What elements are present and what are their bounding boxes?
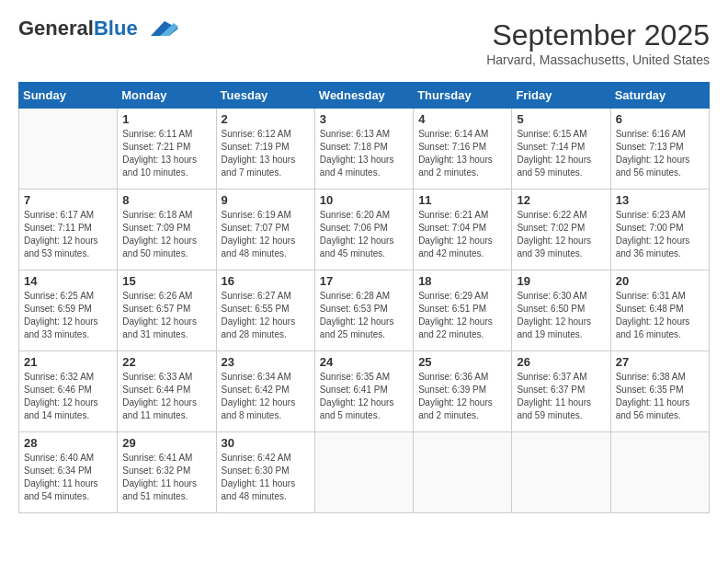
sunset-text: Sunset: 6:39 PM <box>418 385 486 395</box>
sunset-text: Sunset: 6:30 PM <box>222 465 290 476</box>
day-number: 2 <box>222 112 310 126</box>
sunrise-text: Sunrise: 6:21 AM <box>418 210 488 220</box>
day-number: 7 <box>24 193 112 207</box>
day-info: Sunrise: 6:26 AMSunset: 6:57 PMDaylight:… <box>122 290 210 341</box>
daylight-text: Daylight: 12 hours and 19 minutes. <box>517 316 591 339</box>
day-number: 21 <box>24 355 112 369</box>
day-number: 4 <box>418 112 506 126</box>
table-row <box>19 109 118 190</box>
header-thursday: Thursday <box>414 83 512 109</box>
table-row: 27Sunrise: 6:38 AMSunset: 6:35 PMDayligh… <box>610 351 709 432</box>
table-row: 5Sunrise: 6:15 AMSunset: 7:14 PMDaylight… <box>512 109 610 190</box>
header-saturday: Saturday <box>610 83 709 109</box>
sunset-text: Sunset: 6:42 PM <box>222 385 290 395</box>
day-number: 3 <box>320 112 408 126</box>
logo-icon <box>142 19 178 38</box>
day-number: 25 <box>418 355 506 369</box>
daylight-text: Daylight: 12 hours and 25 minutes. <box>320 316 394 339</box>
day-info: Sunrise: 6:21 AMSunset: 7:04 PMDaylight:… <box>418 209 506 260</box>
day-info: Sunrise: 6:19 AMSunset: 7:07 PMDaylight:… <box>222 209 310 260</box>
sunrise-text: Sunrise: 6:20 AM <box>320 210 390 220</box>
sunset-text: Sunset: 6:57 PM <box>122 304 190 314</box>
daylight-text: Daylight: 11 hours and 56 minutes. <box>616 397 690 420</box>
table-row: 18Sunrise: 6:29 AMSunset: 6:51 PMDayligh… <box>414 270 512 351</box>
sunrise-text: Sunrise: 6:17 AM <box>24 210 94 220</box>
sunset-text: Sunset: 6:41 PM <box>320 385 388 395</box>
day-number: 11 <box>418 193 506 207</box>
day-info: Sunrise: 6:12 AMSunset: 7:19 PMDaylight:… <box>222 128 310 179</box>
table-row: 30Sunrise: 6:42 AMSunset: 6:30 PMDayligh… <box>216 432 314 513</box>
sunrise-text: Sunrise: 6:36 AM <box>418 372 488 382</box>
daylight-text: Daylight: 12 hours and 31 minutes. <box>122 316 197 339</box>
day-number: 15 <box>122 274 210 288</box>
day-info: Sunrise: 6:30 AMSunset: 6:50 PMDaylight:… <box>517 290 605 341</box>
sunrise-text: Sunrise: 6:13 AM <box>320 129 390 139</box>
day-info: Sunrise: 6:14 AMSunset: 7:16 PMDaylight:… <box>418 128 506 179</box>
day-number: 17 <box>320 274 408 288</box>
day-number: 6 <box>616 112 704 126</box>
sunset-text: Sunset: 6:50 PM <box>517 304 585 314</box>
calendar-week-row: 21Sunrise: 6:32 AMSunset: 6:46 PMDayligh… <box>19 351 710 432</box>
table-row: 21Sunrise: 6:32 AMSunset: 6:46 PMDayligh… <box>19 351 118 432</box>
calendar-header-row: Sunday Monday Tuesday Wednesday Thursday… <box>19 83 710 109</box>
sunrise-text: Sunrise: 6:18 AM <box>122 210 192 220</box>
calendar-week-row: 28Sunrise: 6:40 AMSunset: 6:34 PMDayligh… <box>19 432 710 513</box>
daylight-text: Daylight: 11 hours and 54 minutes. <box>24 478 98 501</box>
sunrise-text: Sunrise: 6:37 AM <box>517 372 586 382</box>
day-info: Sunrise: 6:15 AMSunset: 7:14 PMDaylight:… <box>517 128 605 179</box>
day-info: Sunrise: 6:41 AMSunset: 6:32 PMDaylight:… <box>122 452 210 503</box>
sunrise-text: Sunrise: 6:22 AM <box>517 210 586 220</box>
daylight-text: Daylight: 12 hours and 53 minutes. <box>24 236 98 259</box>
table-row: 20Sunrise: 6:31 AMSunset: 6:48 PMDayligh… <box>610 270 709 351</box>
daylight-text: Daylight: 12 hours and 39 minutes. <box>517 236 591 259</box>
daylight-text: Daylight: 13 hours and 7 minutes. <box>222 155 296 178</box>
sunset-text: Sunset: 7:04 PM <box>418 223 486 233</box>
table-row: 14Sunrise: 6:25 AMSunset: 6:59 PMDayligh… <box>19 270 118 351</box>
sunrise-text: Sunrise: 6:40 AM <box>24 453 94 463</box>
header-friday: Friday <box>512 83 610 109</box>
daylight-text: Daylight: 12 hours and 59 minutes. <box>517 155 591 178</box>
day-info: Sunrise: 6:32 AMSunset: 6:46 PMDaylight:… <box>24 371 112 422</box>
daylight-text: Daylight: 12 hours and 33 minutes. <box>24 316 98 339</box>
day-info: Sunrise: 6:13 AMSunset: 7:18 PMDaylight:… <box>320 128 408 179</box>
table-row: 23Sunrise: 6:34 AMSunset: 6:42 PMDayligh… <box>216 351 314 432</box>
table-row: 12Sunrise: 6:22 AMSunset: 7:02 PMDayligh… <box>512 190 610 270</box>
day-number: 5 <box>517 112 605 126</box>
sunset-text: Sunset: 7:02 PM <box>517 223 585 233</box>
sunrise-text: Sunrise: 6:16 AM <box>616 129 686 139</box>
header-sunday: Sunday <box>19 83 118 109</box>
table-row: 16Sunrise: 6:27 AMSunset: 6:55 PMDayligh… <box>216 270 314 351</box>
day-number: 1 <box>122 112 210 126</box>
table-row <box>512 432 610 513</box>
sunset-text: Sunset: 7:07 PM <box>222 223 290 233</box>
daylight-text: Daylight: 12 hours and 50 minutes. <box>122 236 197 259</box>
day-info: Sunrise: 6:38 AMSunset: 6:35 PMDaylight:… <box>616 371 704 422</box>
day-info: Sunrise: 6:28 AMSunset: 6:53 PMDaylight:… <box>320 290 408 341</box>
daylight-text: Daylight: 12 hours and 42 minutes. <box>418 236 493 259</box>
sunrise-text: Sunrise: 6:12 AM <box>222 129 291 139</box>
day-info: Sunrise: 6:40 AMSunset: 6:34 PMDaylight:… <box>24 452 112 503</box>
day-number: 28 <box>24 436 112 450</box>
sunrise-text: Sunrise: 6:32 AM <box>24 372 94 382</box>
sunset-text: Sunset: 7:06 PM <box>320 223 388 233</box>
daylight-text: Daylight: 12 hours and 5 minutes. <box>320 397 394 420</box>
day-number: 23 <box>222 355 310 369</box>
sunrise-text: Sunrise: 6:15 AM <box>517 129 586 139</box>
table-row: 4Sunrise: 6:14 AMSunset: 7:16 PMDaylight… <box>414 109 512 190</box>
daylight-text: Daylight: 12 hours and 2 minutes. <box>418 397 493 420</box>
day-info: Sunrise: 6:42 AMSunset: 6:30 PMDaylight:… <box>222 452 310 503</box>
sunrise-text: Sunrise: 6:42 AM <box>222 453 291 463</box>
sunset-text: Sunset: 6:46 PM <box>24 385 92 395</box>
day-number: 27 <box>616 355 704 369</box>
daylight-text: Daylight: 12 hours and 28 minutes. <box>222 316 296 339</box>
daylight-text: Daylight: 12 hours and 56 minutes. <box>616 155 690 178</box>
day-number: 22 <box>122 355 210 369</box>
table-row: 19Sunrise: 6:30 AMSunset: 6:50 PMDayligh… <box>512 270 610 351</box>
daylight-text: Daylight: 12 hours and 16 minutes. <box>616 316 690 339</box>
table-row: 13Sunrise: 6:23 AMSunset: 7:00 PMDayligh… <box>610 190 709 270</box>
day-number: 19 <box>517 274 605 288</box>
daylight-text: Daylight: 12 hours and 22 minutes. <box>418 316 493 339</box>
sunset-text: Sunset: 7:16 PM <box>418 142 486 152</box>
sunrise-text: Sunrise: 6:19 AM <box>222 210 291 220</box>
sunset-text: Sunset: 7:18 PM <box>320 142 388 152</box>
